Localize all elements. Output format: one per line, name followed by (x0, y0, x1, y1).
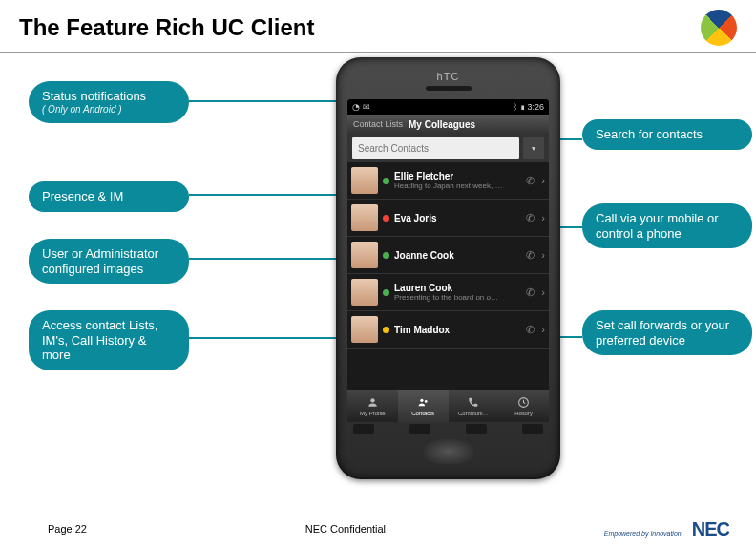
callout-text: Set call forwards or your preferred devi… (596, 318, 739, 348)
phone-device: hTC ◔✉ ᛒ ▮ 3:26 Contact Lists My Colleag… (336, 57, 560, 479)
avatar (351, 167, 378, 194)
callout-search-contacts: Search for contacts (582, 119, 752, 150)
contacts-icon (417, 396, 430, 409)
chevron-right-icon: › (541, 249, 545, 261)
callout-set-forwards: Set call forwards or your preferred devi… (582, 310, 752, 355)
brand-logo (701, 10, 737, 46)
phone-speaker (426, 86, 472, 91)
arrow (189, 100, 349, 102)
svg-point-1 (420, 398, 423, 401)
tab-contacts[interactable]: Contacts (398, 390, 449, 422)
nec-logo: NEC (692, 518, 729, 539)
title-bar: Contact Lists My Colleagues (347, 115, 549, 134)
phone-screen: ◔✉ ᛒ ▮ 3:26 Contact Lists My Colleagues … (347, 99, 549, 422)
presence-dot (383, 252, 389, 259)
callout-user-images: User or Administrator configured images (29, 239, 189, 284)
tab-bar: My Profile Contacts Communi… History (347, 390, 549, 422)
contact-row[interactable]: Tim Maddox ✆ › (347, 311, 549, 349)
contact-name: Eva Joris (394, 213, 518, 223)
tab-communications[interactable]: Communi… (449, 390, 499, 422)
presence-dot (383, 327, 389, 333)
search-input[interactable] (352, 137, 519, 159)
chevron-right-icon: › (541, 286, 545, 298)
presence-dot (383, 215, 389, 222)
callout-text: Access contact Lists, IM's, Call History… (42, 318, 176, 363)
titlebar-title: My Colleagues (409, 119, 475, 130)
arrow (189, 258, 353, 260)
confidential-label: NEC Confidential (305, 523, 386, 535)
callout-sub: ( Only on Android ) (42, 104, 176, 116)
status-bar: ◔✉ ᛒ ▮ 3:26 (347, 99, 549, 115)
callout-text: Call via your mobile or control a phone (596, 211, 739, 241)
home-button[interactable] (424, 439, 473, 464)
search-bar: ▾ (347, 134, 549, 162)
call-icon[interactable]: ✆ (523, 286, 536, 299)
stage: Status notifications ( Only on Android )… (0, 53, 756, 501)
contact-row[interactable]: Eva Joris ✆ › (347, 200, 549, 237)
footer: Page 22 NEC Confidential Empowered by In… (0, 508, 756, 550)
svg-point-0 (370, 398, 374, 402)
contact-status: Presenting to the board on o… (394, 293, 518, 302)
titlebar-label: Contact Lists (353, 119, 403, 129)
filter-button[interactable]: ▾ (523, 137, 544, 159)
statusbar-left: ◔✉ (352, 102, 373, 112)
call-icon[interactable]: ✆ (523, 174, 536, 187)
chevron-right-icon: › (541, 212, 545, 223)
callout-text: Status notifications (42, 89, 176, 104)
svg-point-2 (424, 400, 427, 403)
chevron-right-icon: › (541, 175, 545, 186)
avatar (351, 316, 378, 343)
page-title: The Feature Rich UC Client (19, 14, 314, 41)
callout-call-via-mobile: Call via your mobile or control a phone (582, 203, 752, 248)
tab-history[interactable]: History (498, 390, 549, 422)
callout-text: Presence & IM (42, 189, 176, 204)
footer-brand: Empowered by Innovation NEC (604, 518, 729, 540)
callout-text: User or Administrator configured images (42, 246, 176, 276)
contact-status: Heading to Japan next week, … (394, 181, 518, 190)
avatar (351, 242, 378, 268)
callout-text: Search for contacts (596, 127, 739, 142)
contact-row[interactable]: Lauren CookPresenting to the board on o…… (347, 274, 549, 311)
contact-row[interactable]: Ellie FletcherHeading to Japan next week… (347, 162, 549, 200)
profile-icon (367, 396, 379, 409)
avatar (351, 204, 378, 231)
callout-access-lists: Access contact Lists, IM's, Call History… (29, 310, 189, 370)
callout-status-notifications: Status notifications ( Only on Android ) (29, 81, 189, 123)
contact-name: Joanne Cook (394, 250, 518, 261)
page-number: Page 22 (48, 523, 87, 535)
presence-dot (383, 178, 389, 184)
contact-name: Tim Maddox (394, 325, 518, 335)
call-icon[interactable]: ✆ (523, 211, 536, 224)
call-icon[interactable]: ✆ (523, 248, 536, 262)
tab-my-profile[interactable]: My Profile (347, 390, 398, 422)
phone-icon (467, 396, 479, 409)
contact-list: Ellie FletcherHeading to Japan next week… (347, 162, 549, 395)
call-icon[interactable]: ✆ (523, 323, 536, 336)
brand-tagline: Empowered by Innovation (604, 530, 682, 537)
phone-brand: hTC (336, 71, 560, 82)
chevron-right-icon: › (541, 324, 545, 335)
presence-dot (383, 289, 389, 296)
contact-name: Lauren Cook (394, 283, 518, 293)
statusbar-right: ᛒ ▮ 3:26 (513, 102, 544, 112)
callout-presence-im: Presence & IM (29, 181, 189, 212)
capacitive-buttons (336, 424, 560, 434)
contact-row[interactable]: Joanne Cook ✆ › (347, 237, 549, 274)
history-icon (517, 396, 530, 409)
avatar (351, 279, 378, 306)
header: The Feature Rich UC Client (0, 0, 756, 53)
contact-name: Ellie Fletcher (394, 171, 518, 181)
